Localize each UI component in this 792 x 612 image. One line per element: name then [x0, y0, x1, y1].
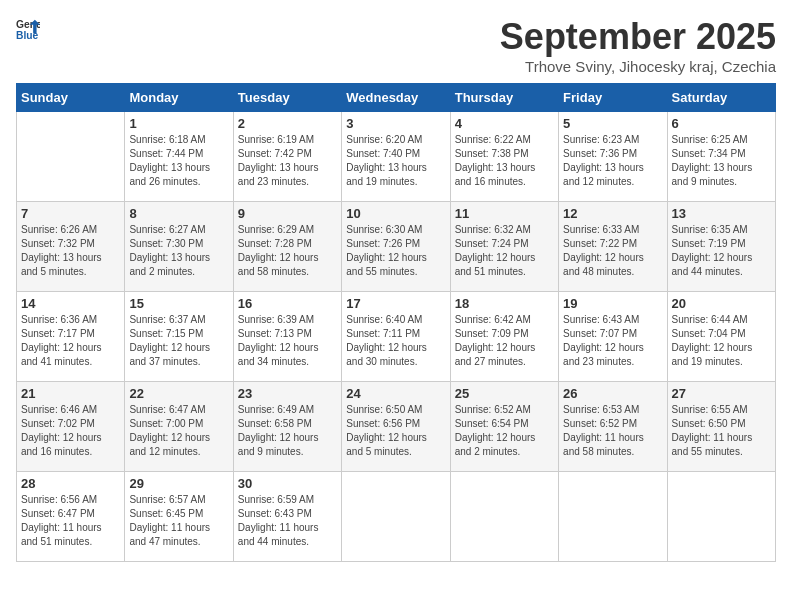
logo: General Blue [16, 16, 40, 44]
calendar-cell [342, 472, 450, 562]
day-info: Sunrise: 6:47 AM Sunset: 7:00 PM Dayligh… [129, 403, 228, 459]
day-number: 18 [455, 296, 554, 311]
calendar-cell: 2Sunrise: 6:19 AM Sunset: 7:42 PM Daylig… [233, 112, 341, 202]
day-number: 11 [455, 206, 554, 221]
day-number: 17 [346, 296, 445, 311]
day-number: 14 [21, 296, 120, 311]
weekday-header-tuesday: Tuesday [233, 84, 341, 112]
header: General Blue September 2025 Trhove Sviny… [16, 16, 776, 75]
calendar-cell: 24Sunrise: 6:50 AM Sunset: 6:56 PM Dayli… [342, 382, 450, 472]
weekday-header-friday: Friday [559, 84, 667, 112]
calendar-cell: 25Sunrise: 6:52 AM Sunset: 6:54 PM Dayli… [450, 382, 558, 472]
day-info: Sunrise: 6:27 AM Sunset: 7:30 PM Dayligh… [129, 223, 228, 279]
calendar-cell: 5Sunrise: 6:23 AM Sunset: 7:36 PM Daylig… [559, 112, 667, 202]
calendar-cell: 18Sunrise: 6:42 AM Sunset: 7:09 PM Dayli… [450, 292, 558, 382]
day-number: 9 [238, 206, 337, 221]
calendar-cell: 28Sunrise: 6:56 AM Sunset: 6:47 PM Dayli… [17, 472, 125, 562]
day-number: 12 [563, 206, 662, 221]
calendar-week-4: 21Sunrise: 6:46 AM Sunset: 7:02 PM Dayli… [17, 382, 776, 472]
day-info: Sunrise: 6:52 AM Sunset: 6:54 PM Dayligh… [455, 403, 554, 459]
calendar-body: 1Sunrise: 6:18 AM Sunset: 7:44 PM Daylig… [17, 112, 776, 562]
day-info: Sunrise: 6:42 AM Sunset: 7:09 PM Dayligh… [455, 313, 554, 369]
calendar-cell: 3Sunrise: 6:20 AM Sunset: 7:40 PM Daylig… [342, 112, 450, 202]
day-info: Sunrise: 6:39 AM Sunset: 7:13 PM Dayligh… [238, 313, 337, 369]
day-info: Sunrise: 6:19 AM Sunset: 7:42 PM Dayligh… [238, 133, 337, 189]
day-number: 26 [563, 386, 662, 401]
day-info: Sunrise: 6:32 AM Sunset: 7:24 PM Dayligh… [455, 223, 554, 279]
calendar-cell: 11Sunrise: 6:32 AM Sunset: 7:24 PM Dayli… [450, 202, 558, 292]
day-info: Sunrise: 6:44 AM Sunset: 7:04 PM Dayligh… [672, 313, 771, 369]
day-info: Sunrise: 6:53 AM Sunset: 6:52 PM Dayligh… [563, 403, 662, 459]
calendar-cell: 12Sunrise: 6:33 AM Sunset: 7:22 PM Dayli… [559, 202, 667, 292]
day-info: Sunrise: 6:46 AM Sunset: 7:02 PM Dayligh… [21, 403, 120, 459]
day-info: Sunrise: 6:49 AM Sunset: 6:58 PM Dayligh… [238, 403, 337, 459]
calendar-cell: 23Sunrise: 6:49 AM Sunset: 6:58 PM Dayli… [233, 382, 341, 472]
month-title: September 2025 [500, 16, 776, 58]
calendar-week-1: 1Sunrise: 6:18 AM Sunset: 7:44 PM Daylig… [17, 112, 776, 202]
day-info: Sunrise: 6:26 AM Sunset: 7:32 PM Dayligh… [21, 223, 120, 279]
day-info: Sunrise: 6:33 AM Sunset: 7:22 PM Dayligh… [563, 223, 662, 279]
calendar-cell: 26Sunrise: 6:53 AM Sunset: 6:52 PM Dayli… [559, 382, 667, 472]
calendar-cell [667, 472, 775, 562]
day-number: 19 [563, 296, 662, 311]
day-number: 4 [455, 116, 554, 131]
calendar-cell: 14Sunrise: 6:36 AM Sunset: 7:17 PM Dayli… [17, 292, 125, 382]
calendar-cell [17, 112, 125, 202]
calendar-cell: 21Sunrise: 6:46 AM Sunset: 7:02 PM Dayli… [17, 382, 125, 472]
day-info: Sunrise: 6:35 AM Sunset: 7:19 PM Dayligh… [672, 223, 771, 279]
logo-icon: General Blue [16, 16, 40, 44]
day-number: 20 [672, 296, 771, 311]
calendar-cell: 17Sunrise: 6:40 AM Sunset: 7:11 PM Dayli… [342, 292, 450, 382]
day-number: 15 [129, 296, 228, 311]
calendar-cell: 9Sunrise: 6:29 AM Sunset: 7:28 PM Daylig… [233, 202, 341, 292]
day-number: 3 [346, 116, 445, 131]
calendar-cell: 29Sunrise: 6:57 AM Sunset: 6:45 PM Dayli… [125, 472, 233, 562]
day-info: Sunrise: 6:18 AM Sunset: 7:44 PM Dayligh… [129, 133, 228, 189]
day-number: 13 [672, 206, 771, 221]
day-info: Sunrise: 6:59 AM Sunset: 6:43 PM Dayligh… [238, 493, 337, 549]
weekday-header-sunday: Sunday [17, 84, 125, 112]
day-info: Sunrise: 6:23 AM Sunset: 7:36 PM Dayligh… [563, 133, 662, 189]
day-info: Sunrise: 6:37 AM Sunset: 7:15 PM Dayligh… [129, 313, 228, 369]
day-number: 23 [238, 386, 337, 401]
day-info: Sunrise: 6:25 AM Sunset: 7:34 PM Dayligh… [672, 133, 771, 189]
day-number: 27 [672, 386, 771, 401]
weekday-header-wednesday: Wednesday [342, 84, 450, 112]
calendar-cell: 4Sunrise: 6:22 AM Sunset: 7:38 PM Daylig… [450, 112, 558, 202]
day-info: Sunrise: 6:30 AM Sunset: 7:26 PM Dayligh… [346, 223, 445, 279]
calendar-cell: 19Sunrise: 6:43 AM Sunset: 7:07 PM Dayli… [559, 292, 667, 382]
day-number: 29 [129, 476, 228, 491]
day-number: 2 [238, 116, 337, 131]
day-number: 30 [238, 476, 337, 491]
calendar-cell: 30Sunrise: 6:59 AM Sunset: 6:43 PM Dayli… [233, 472, 341, 562]
location-title: Trhove Sviny, Jihocesky kraj, Czechia [500, 58, 776, 75]
day-number: 24 [346, 386, 445, 401]
calendar-cell: 22Sunrise: 6:47 AM Sunset: 7:00 PM Dayli… [125, 382, 233, 472]
calendar-week-3: 14Sunrise: 6:36 AM Sunset: 7:17 PM Dayli… [17, 292, 776, 382]
calendar-cell: 7Sunrise: 6:26 AM Sunset: 7:32 PM Daylig… [17, 202, 125, 292]
weekday-header-saturday: Saturday [667, 84, 775, 112]
day-info: Sunrise: 6:50 AM Sunset: 6:56 PM Dayligh… [346, 403, 445, 459]
calendar-cell: 27Sunrise: 6:55 AM Sunset: 6:50 PM Dayli… [667, 382, 775, 472]
weekday-header-row: SundayMondayTuesdayWednesdayThursdayFrid… [17, 84, 776, 112]
day-info: Sunrise: 6:55 AM Sunset: 6:50 PM Dayligh… [672, 403, 771, 459]
day-number: 8 [129, 206, 228, 221]
calendar-cell [450, 472, 558, 562]
day-info: Sunrise: 6:40 AM Sunset: 7:11 PM Dayligh… [346, 313, 445, 369]
title-area: September 2025 Trhove Sviny, Jihocesky k… [500, 16, 776, 75]
calendar-cell: 10Sunrise: 6:30 AM Sunset: 7:26 PM Dayli… [342, 202, 450, 292]
day-info: Sunrise: 6:43 AM Sunset: 7:07 PM Dayligh… [563, 313, 662, 369]
weekday-header-monday: Monday [125, 84, 233, 112]
day-info: Sunrise: 6:56 AM Sunset: 6:47 PM Dayligh… [21, 493, 120, 549]
calendar-cell: 13Sunrise: 6:35 AM Sunset: 7:19 PM Dayli… [667, 202, 775, 292]
day-info: Sunrise: 6:36 AM Sunset: 7:17 PM Dayligh… [21, 313, 120, 369]
day-info: Sunrise: 6:29 AM Sunset: 7:28 PM Dayligh… [238, 223, 337, 279]
day-info: Sunrise: 6:22 AM Sunset: 7:38 PM Dayligh… [455, 133, 554, 189]
day-info: Sunrise: 6:20 AM Sunset: 7:40 PM Dayligh… [346, 133, 445, 189]
calendar-cell [559, 472, 667, 562]
day-number: 10 [346, 206, 445, 221]
calendar-week-2: 7Sunrise: 6:26 AM Sunset: 7:32 PM Daylig… [17, 202, 776, 292]
day-number: 22 [129, 386, 228, 401]
calendar-cell: 6Sunrise: 6:25 AM Sunset: 7:34 PM Daylig… [667, 112, 775, 202]
calendar-cell: 8Sunrise: 6:27 AM Sunset: 7:30 PM Daylig… [125, 202, 233, 292]
